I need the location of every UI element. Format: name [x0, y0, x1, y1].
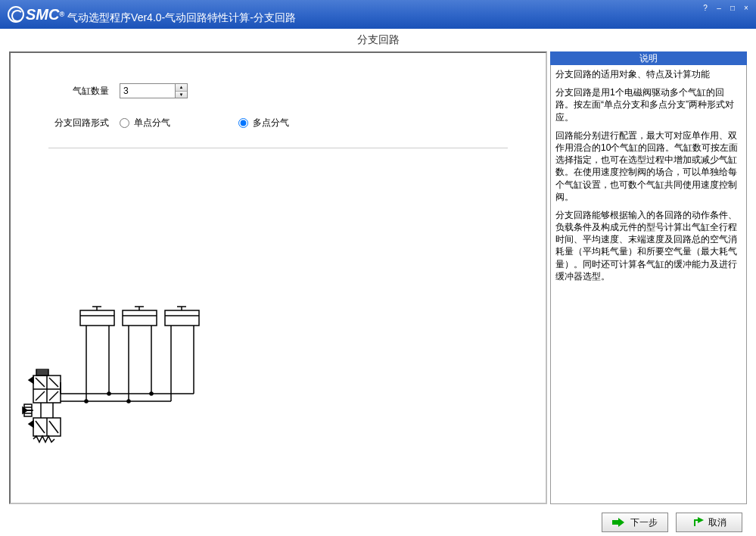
spinner-up-icon[interactable]: ▲	[176, 84, 187, 92]
circuit-diagram	[11, 235, 546, 454]
description-p1: 分支回路是用1个电磁阀驱动多个气缸的回路。按左面“单点分支和多点分支”两种形式对…	[555, 86, 742, 123]
maximize-button[interactable]: □	[726, 2, 739, 14]
next-button-label: 下一步	[630, 516, 658, 529]
description-header: 说明	[550, 51, 747, 65]
logo-swirl-icon	[8, 6, 24, 23]
branch-type-label: 分支回路形式	[48, 117, 109, 129]
svg-point-20	[85, 400, 88, 403]
radio-multi-point[interactable]: 多点分气	[238, 117, 289, 129]
svg-point-23	[150, 392, 153, 395]
svg-point-21	[107, 392, 110, 395]
svg-marker-42	[29, 421, 33, 427]
description-body: 分支回路的适用对象、特点及计算功能 分支回路是用1个电磁阀驱动多个气缸的回路。按…	[550, 65, 747, 504]
divider	[48, 148, 508, 148]
cancel-button[interactable]: 取消	[676, 513, 742, 532]
description-p2: 回路能分别进行配置，最大可对应单作用、双作用混合的10个气缸的回路。气缸数可按左…	[555, 129, 742, 203]
svg-line-41	[49, 421, 58, 433]
radio-single-input[interactable]	[120, 118, 129, 128]
titlebar: SMC® 气动选型程序Ver4.0-气动回路特性计算-分支回路 ? – □ ×	[0, 0, 756, 29]
logo-text: SMC	[26, 6, 59, 23]
close-button[interactable]: ×	[739, 2, 753, 14]
svg-rect-0	[80, 310, 114, 326]
radio-single-point[interactable]: 单点分气	[120, 117, 170, 129]
cancel-button-label: 取消	[708, 516, 726, 529]
cylinder-count-label: 气缸数量	[48, 85, 109, 98]
arrow-right-icon	[612, 518, 626, 527]
radio-multi-label: 多点分气	[253, 117, 289, 129]
radio-single-label: 单点分气	[134, 117, 170, 129]
cancel-arrow-icon	[692, 517, 704, 528]
svg-rect-8	[165, 310, 199, 326]
main-panel: 气缸数量 ▲ ▼ 分支回路形式 单点分气	[9, 51, 547, 504]
svg-marker-35	[29, 377, 33, 383]
smc-logo: SMC®	[8, 6, 64, 23]
next-button[interactable]: 下一步	[602, 513, 668, 532]
minimize-button[interactable]: –	[712, 2, 726, 14]
help-button[interactable]: ?	[698, 2, 712, 14]
spinner-down-icon[interactable]: ▼	[176, 92, 187, 98]
description-title: 分支回路的适用对象、特点及计算功能	[555, 68, 742, 80]
svg-line-28	[49, 378, 58, 387]
page-title: 分支回路	[0, 29, 756, 51]
description-p3: 分支回路能够根据输入的各回路的动作条件、负载条件及构成元件的型号计算出气缸全行程…	[555, 209, 742, 282]
svg-point-22	[127, 400, 130, 403]
cylinder-count-input[interactable]	[120, 84, 175, 98]
window-title: 气动选型程序Ver4.0-气动回路特性计算-分支回路	[67, 11, 296, 25]
radio-multi-input[interactable]	[238, 118, 248, 128]
svg-marker-51	[698, 517, 704, 523]
cylinder-count-spinner[interactable]: ▲ ▼	[120, 83, 188, 98]
svg-line-30	[49, 391, 58, 400]
svg-rect-4	[123, 310, 157, 326]
svg-line-40	[36, 421, 45, 433]
button-bar: 下一步 取消	[0, 509, 756, 536]
svg-line-29	[36, 391, 45, 400]
svg-line-27	[36, 378, 45, 387]
